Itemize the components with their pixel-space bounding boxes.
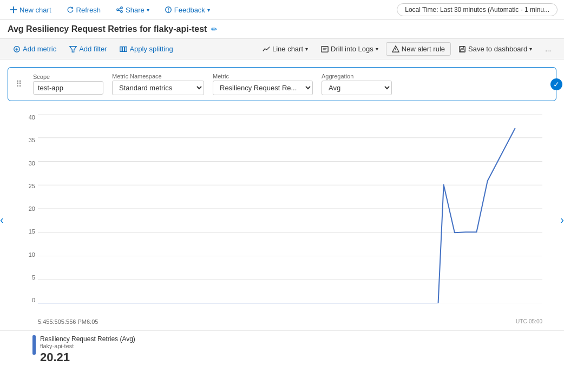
- svg-line-5: [119, 8, 121, 9]
- metric-select[interactable]: Resiliency Request Re...: [213, 81, 313, 95]
- legend-color-bar: [32, 335, 36, 355]
- metric-label: Metric: [213, 73, 313, 79]
- chart-next-button[interactable]: ›: [560, 214, 564, 226]
- legend-row: Resiliency Request Retries (Avg) flaky-a…: [32, 335, 532, 364]
- page-title: Avg Resiliency Request Retries for flaky…: [8, 24, 207, 34]
- apply-splitting-button[interactable]: Apply splitting: [114, 42, 178, 56]
- svg-marker-11: [70, 46, 76, 52]
- x-label-545: 5:45: [38, 318, 49, 325]
- namespace-label: Metric Namespace: [112, 73, 204, 79]
- feedback-icon: [165, 6, 172, 14]
- logs-icon: [321, 45, 329, 53]
- svg-point-4: [121, 11, 123, 13]
- save-to-dashboard-button[interactable]: Save to dashboard ▾: [453, 42, 537, 56]
- namespace-group: Metric Namespace Standard metrics: [112, 73, 204, 95]
- refresh-button[interactable]: Refresh: [63, 4, 104, 16]
- chart-wrapper: ‹ › 0 5 10 15 20 25 30 35 40: [0, 109, 564, 330]
- drill-into-logs-button[interactable]: Drill into Logs ▾: [316, 42, 384, 56]
- feedback-button[interactable]: Feedback ▾: [161, 4, 213, 16]
- new-chart-button[interactable]: New chart: [6, 4, 55, 16]
- config-check-icon: ✓: [550, 78, 562, 90]
- share-chevron-icon: ▾: [147, 7, 149, 13]
- time-range-button[interactable]: Local Time: Last 30 minutes (Automatic -…: [397, 3, 558, 16]
- namespace-select[interactable]: Standard metrics: [112, 81, 204, 95]
- logs-chevron-icon: ▾: [376, 46, 378, 52]
- filter-icon: [69, 45, 77, 53]
- svg-rect-22: [461, 49, 464, 51]
- aggregation-group: Aggregation AvgSumMinMaxCount: [322, 73, 392, 95]
- svg-point-2: [121, 7, 123, 9]
- more-options-button[interactable]: ...: [540, 42, 556, 56]
- alert-icon: [392, 45, 399, 53]
- svg-point-3: [117, 9, 119, 11]
- chart-prev-button[interactable]: ‹: [0, 214, 4, 226]
- save-chevron-icon: ▾: [529, 46, 532, 52]
- legend-content: Resiliency Request Retries (Avg) flaky-a…: [40, 335, 135, 364]
- action-right-group: Line chart ▾ Drill into Logs ▾ New alert…: [257, 42, 556, 56]
- action-bar: Add metric Add filter Apply splitting Li…: [0, 38, 564, 59]
- share-button[interactable]: Share ▾: [113, 4, 153, 16]
- legend-subtitle: flaky-api-test: [40, 343, 135, 349]
- svg-rect-15: [322, 46, 328, 52]
- top-toolbar: New chart Refresh Share ▾ Feedback ▾ Loc…: [0, 0, 564, 20]
- edit-title-icon[interactable]: ✏: [211, 25, 218, 34]
- scope-group: Scope: [33, 74, 103, 95]
- aggregation-label: Aggregation: [322, 73, 392, 79]
- share-icon: [116, 6, 123, 14]
- x-label-555: 5:55: [61, 318, 73, 325]
- utc-label: UTC-05:00: [516, 318, 542, 325]
- plus-icon: [10, 6, 17, 14]
- aggregation-select[interactable]: AvgSumMinMaxCount: [322, 81, 392, 95]
- scope-input[interactable]: [33, 81, 103, 95]
- x-axis: 5:45 5:50 5:55 6 PM 6:05 UTC-05:00: [38, 318, 542, 325]
- x-label-6pm: 6 PM: [73, 318, 87, 325]
- svg-rect-14: [125, 46, 127, 51]
- title-bar: Avg Resiliency Request Retries for flaky…: [0, 20, 564, 38]
- svg-rect-12: [120, 46, 122, 51]
- x-label-550: 5:50: [49, 318, 61, 325]
- line-chart-chevron-icon: ▾: [305, 46, 308, 52]
- svg-rect-13: [123, 46, 125, 51]
- scope-label: Scope: [33, 74, 103, 80]
- legend: Resiliency Request Retries (Avg) flaky-a…: [0, 331, 564, 369]
- drag-handle-icon: ⠿: [16, 79, 22, 89]
- svg-line-6: [119, 10, 121, 11]
- new-alert-rule-button[interactable]: New alert rule: [386, 42, 451, 56]
- metric-group: Metric Resiliency Request Re...: [213, 73, 313, 95]
- line-chart-button[interactable]: Line chart ▾: [257, 42, 313, 56]
- legend-title: Resiliency Request Retries (Avg): [40, 335, 135, 343]
- chart-area: 0 5 10 15 20 25 30 35 40: [16, 109, 548, 330]
- refresh-icon: [67, 6, 74, 14]
- chart-svg: [38, 114, 542, 303]
- line-chart-icon: [263, 45, 270, 53]
- add-metric-button[interactable]: Add metric: [8, 42, 62, 56]
- feedback-chevron-icon: ▾: [207, 7, 210, 13]
- x-label-605: 6:05: [87, 318, 98, 325]
- svg-point-19: [395, 50, 396, 51]
- add-filter-button[interactable]: Add filter: [64, 42, 112, 56]
- add-metric-icon: [13, 45, 21, 53]
- save-icon: [458, 45, 466, 53]
- legend-value: 20.21: [40, 350, 135, 364]
- metric-config-row: ⠿ Scope Metric Namespace Standard metric…: [8, 67, 556, 101]
- splitting-icon: [120, 45, 127, 53]
- y-axis: 0 5 10 15 20 25 30 35 40: [16, 114, 35, 303]
